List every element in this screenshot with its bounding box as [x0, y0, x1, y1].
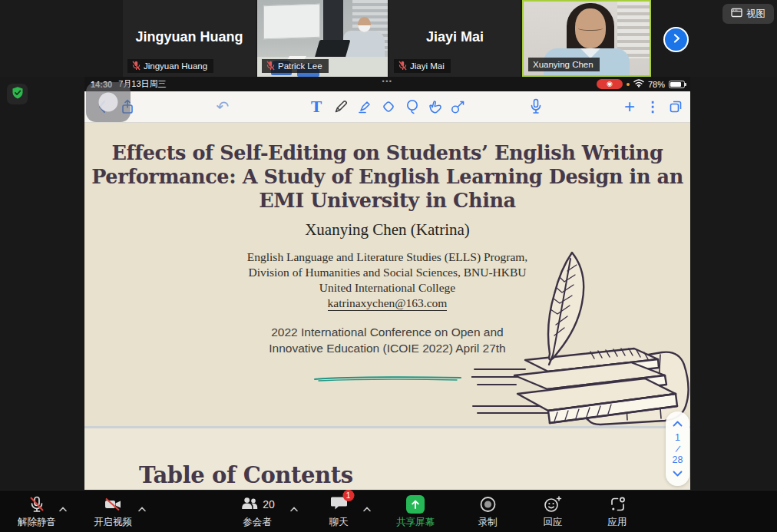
start-video-button[interactable]: 开启视频 — [94, 494, 132, 529]
eraser-tool-icon[interactable] — [380, 98, 397, 115]
participant-display-name: Jiayi Mai — [389, 29, 521, 45]
share-screen-label: 共享屏幕 — [396, 516, 435, 529]
participant-name-tag: Jingyuan Huang — [127, 59, 213, 73]
security-badge[interactable] — [7, 84, 28, 104]
video-tile-jiayi-mai[interactable]: Jiayi Mai Jiayi Mai — [389, 0, 521, 77]
participant-display-name: Jingyuan Huang — [123, 29, 256, 45]
slide-title: Effects of Self-Editing on Students’ Eng… — [84, 141, 690, 213]
battery-icon — [669, 81, 685, 88]
audio-options-chevron-icon[interactable] — [59, 501, 68, 515]
apps-label: 应用 — [608, 516, 627, 529]
record-glyph-icon: ◉ — [607, 81, 613, 88]
chat-unread-badge: 1 — [342, 490, 354, 501]
microphone-icon[interactable] — [530, 98, 542, 115]
start-video-label: 开启视频 — [94, 516, 132, 529]
shared-screen-ipad: 14:30 7月13日周三 ••• ◉ 78% ↶ T — [84, 77, 690, 490]
undo-icon[interactable]: ↶ — [217, 97, 230, 116]
gallery-view-icon — [731, 8, 742, 20]
title-line-1: Effects of Self-Editing on Students’ Eng… — [84, 141, 690, 165]
notes-app-toolbar: ↶ T + ⋮ — [84, 91, 690, 123]
more-options-icon[interactable]: ⋮ — [646, 98, 660, 115]
assistive-touch-button[interactable] — [86, 82, 131, 122]
highlighter-tool-icon[interactable] — [357, 99, 372, 114]
page-up-icon[interactable] — [673, 418, 683, 429]
current-page-number: 1 — [675, 432, 680, 443]
record-label: 录制 — [478, 516, 498, 529]
shield-check-icon — [11, 86, 25, 103]
screen-recording-pill[interactable]: ◉ — [597, 79, 623, 89]
next-participants-button[interactable] — [663, 27, 689, 52]
muted-mic-icon — [132, 61, 141, 72]
add-page-icon[interactable]: + — [624, 96, 635, 117]
unmute-button[interactable]: 解除静音 — [18, 494, 56, 529]
video-tile-xuanying-chen-active-speaker[interactable]: Xuanying Chen — [522, 0, 651, 77]
pointer-hand-icon[interactable] — [428, 99, 443, 114]
participants-icon — [240, 494, 260, 515]
text-tool-icon[interactable]: T — [311, 98, 322, 115]
wifi-icon — [633, 79, 644, 89]
slide-author: Xuanying Chen (Katrina) — [84, 220, 690, 240]
email-link[interactable]: katrinaxychen@163.com — [328, 296, 448, 311]
chevron-right-icon — [671, 33, 682, 47]
participant-name-label: Jingyuan Huang — [144, 61, 207, 71]
muted-mic-icon — [398, 61, 407, 72]
chat-button[interactable]: 1 聊天 — [329, 494, 349, 529]
share-screen-button[interactable]: 共享屏幕 — [396, 494, 435, 529]
page-separator-slash: / — [676, 445, 679, 452]
view-button[interactable]: 视图 — [722, 4, 774, 24]
ipad-status-bar: 14:30 7月13日周三 ••• ◉ 78% — [84, 77, 690, 91]
participant-name-label: Xuanying Chen — [533, 60, 593, 69]
record-button[interactable]: 录制 — [478, 494, 498, 529]
participants-label: 参会者 — [243, 516, 272, 529]
multitask-dots: ••• — [382, 78, 393, 85]
participant-name-tag: Patrick Lee — [262, 59, 329, 73]
share-screen-icon — [406, 495, 425, 514]
chat-label: 聊天 — [329, 516, 349, 529]
slide-page-2: Table of Contents — [84, 428, 690, 490]
reactions-smiley-icon — [543, 494, 563, 514]
title-line-3: EMI University in China — [84, 189, 690, 213]
laser-pointer-icon[interactable] — [450, 98, 467, 115]
table-of-contents-heading: Table of Contents — [139, 462, 353, 488]
camera-off-icon — [103, 494, 123, 514]
muted-mic-icon — [28, 494, 46, 514]
view-button-label: 视图 — [746, 8, 765, 21]
mic-in-use-dot — [627, 83, 630, 86]
title-line-2: Performance: A Study of English Learning… — [84, 165, 690, 189]
participants-count: 20 — [263, 498, 275, 511]
teal-divider-line — [312, 372, 463, 385]
participant-name-tag: Jiayi Mai — [394, 59, 451, 73]
quill-and-books-illustration — [471, 248, 690, 426]
participants-strip: Jingyuan Huang Jingyuan Huang — [0, 0, 777, 77]
apps-icon — [608, 494, 627, 514]
reactions-label: 回应 — [544, 516, 563, 529]
record-icon — [478, 494, 497, 514]
video-tile-patrick-lee[interactable]: Patrick Lee — [257, 0, 388, 77]
participants-button[interactable]: 20 参会者 — [240, 494, 275, 529]
page-down-icon[interactable] — [673, 468, 683, 479]
zoom-meeting-window: Jingyuan Huang Jingyuan Huang — [0, 0, 777, 532]
participants-options-chevron-icon[interactable] — [290, 501, 299, 515]
unmute-label: 解除静音 — [18, 516, 56, 529]
chat-options-chevron-icon[interactable] — [363, 501, 372, 515]
pages-overview-icon[interactable] — [669, 100, 683, 114]
battery-percent: 78% — [648, 80, 665, 89]
participant-name-tag: Xuanying Chen — [528, 58, 600, 71]
lasso-tool-icon[interactable] — [404, 98, 421, 115]
meeting-control-bar: 解除静音 开启视频 20 参会者 1 聊天 共享屏幕 — [0, 490, 777, 532]
apps-button[interactable]: 应用 — [608, 494, 627, 529]
video-options-chevron-icon[interactable] — [138, 501, 147, 515]
pen-tool-icon[interactable] — [333, 99, 349, 114]
participant-name-label: Jiayi Mai — [410, 61, 445, 71]
total-page-number: 28 — [673, 454, 683, 465]
participant-name-label: Patrick Lee — [278, 61, 322, 71]
video-tile-jingyuan-huang[interactable]: Jingyuan Huang Jingyuan Huang — [123, 0, 256, 77]
page-navigator: 1 / 28 — [666, 411, 689, 486]
slide-page-1: Effects of Self-Editing on Students’ Eng… — [84, 123, 690, 426]
reactions-button[interactable]: 回应 — [543, 494, 563, 529]
muted-mic-icon — [266, 61, 275, 72]
